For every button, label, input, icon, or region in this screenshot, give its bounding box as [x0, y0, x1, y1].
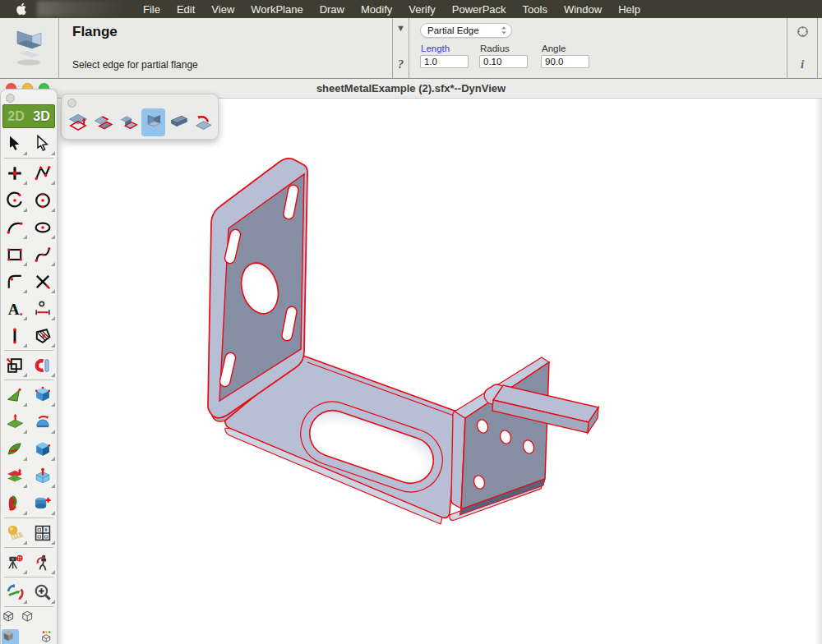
tool-cube-wire[interactable] [20, 610, 37, 627]
menu-item-view[interactable]: View [209, 3, 237, 16]
tool-fillet[interactable] [2, 269, 28, 294]
flyout-corner [23, 540, 27, 545]
tool-cube-solid[interactable] [2, 629, 19, 644]
palette-tool-sheet-from-profile[interactable] [66, 108, 90, 136]
tool-viewports[interactable] [30, 520, 56, 545]
sheetmetal-palette[interactable] [61, 94, 219, 140]
length-input[interactable] [420, 55, 469, 68]
menu-item-workplane[interactable]: WorkPlane [248, 3, 305, 16]
tool-ellipse[interactable] [30, 214, 56, 240]
toolbox-divider [4, 380, 53, 380]
tool-spline[interactable] [30, 242, 56, 267]
tool-box-pin[interactable] [30, 463, 56, 489]
angle-label: Angle [542, 44, 566, 53]
palette-tools [62, 94, 218, 136]
palette-tool-z-bend[interactable] [116, 108, 141, 136]
tool-segment[interactable] [2, 323, 28, 348]
tool-cylinders-add[interactable] [30, 490, 56, 516]
tool-magnet[interactable] [30, 352, 56, 378]
tool-material-sphere[interactable] [2, 520, 28, 545]
tool-cube-rgb[interactable] [39, 629, 56, 644]
tool-cube[interactable] [30, 382, 56, 407]
tool-wrap-cylinder[interactable] [2, 490, 28, 516]
menu-item-modify[interactable]: Modify [358, 3, 395, 16]
toggle-3d-label[interactable]: 3D [33, 109, 49, 124]
tool-cube-wire-2[interactable] [39, 610, 56, 627]
help-button[interactable]: ? [398, 58, 404, 71]
tool-text[interactable]: A [2, 296, 28, 321]
menu-item-file[interactable]: File [141, 3, 163, 16]
flyout-corner [23, 208, 27, 212]
menu-item-verify[interactable]: Verify [406, 3, 438, 16]
flyout-corner [51, 235, 55, 239]
model-3d-bracket[interactable] [0, 99, 822, 644]
menu-item-edit[interactable]: Edit [174, 3, 197, 16]
tool-cube-wire-3[interactable] [20, 629, 37, 644]
flyout-corner [51, 262, 55, 266]
toolbox-divider [4, 577, 53, 577]
flyout-corner [51, 343, 55, 347]
tool-arc[interactable] [2, 187, 28, 213]
collapse-panel-button[interactable]: ▼ [396, 23, 405, 33]
edge-mode-dropdown[interactable]: Partial Edge [420, 23, 512, 38]
apple-icon[interactable] [15, 2, 26, 16]
menu-item-powerpack[interactable]: PowerPack [450, 3, 509, 16]
panel-text: Flange Select edge for partial flange [59, 18, 393, 78]
flyout-corner [23, 511, 27, 515]
stepper-arrows-icon [501, 25, 507, 35]
tool-polyline[interactable] [30, 160, 56, 186]
tool-zoom-in[interactable] [30, 579, 56, 605]
flange-tool-panel: Flange Select edge for partial flange ▼ … [0, 18, 822, 79]
tool-cube-shell[interactable] [30, 436, 56, 462]
palette-tool-plate[interactable] [166, 108, 191, 136]
flyout-corner [23, 484, 27, 488]
tool-select-filled[interactable] [2, 131, 28, 156]
canvas[interactable] [0, 99, 822, 644]
tool-offset[interactable] [2, 352, 28, 378]
toolbox-sidebar[interactable]: 2D 3D A [0, 89, 58, 644]
menu-item-tools[interactable]: Tools [520, 3, 550, 16]
target-icon[interactable] [796, 25, 810, 39]
toolbox-row [1, 214, 57, 241]
toolbox-divider [4, 606, 53, 607]
tool-dome-rotate[interactable] [30, 409, 56, 435]
menu-item-draw[interactable]: Draw [317, 3, 347, 16]
tool-plane-push[interactable] [2, 409, 28, 435]
flyout-corner [23, 151, 27, 155]
palette-tool-unbend[interactable] [192, 108, 216, 136]
toolbox-divider [4, 158, 53, 159]
palette-tool-hem[interactable] [91, 108, 116, 136]
menu-item-window[interactable]: Window [561, 3, 604, 16]
tool-leaf-sweep[interactable] [2, 436, 28, 462]
tool-cube-wire-x[interactable] [2, 610, 19, 627]
flyout-corner [23, 316, 27, 320]
toolbox-row [1, 408, 57, 435]
tool-circle[interactable] [30, 187, 56, 213]
app-name-blurred [37, 1, 122, 17]
tool-hatch[interactable] [30, 323, 56, 348]
tool-point[interactable] [2, 160, 28, 186]
toolbox-row [1, 241, 57, 268]
tool-cone[interactable] [2, 382, 28, 407]
palette-tool-flange[interactable] [141, 108, 166, 136]
tool-stack-extrude[interactable] [2, 463, 28, 489]
tool-camera-tripod[interactable] [2, 550, 28, 575]
angle-input[interactable] [541, 55, 589, 68]
tool-select-open[interactable] [30, 131, 56, 156]
tool-dimension[interactable] [30, 296, 56, 321]
menu-items: FileEditViewWorkPlaneDrawModifyVerifyPow… [141, 3, 643, 16]
radius-input[interactable] [479, 55, 528, 68]
tool-orbit-rotate[interactable] [2, 579, 28, 605]
flyout-corner [51, 457, 55, 461]
mode-toggle-2d-3d[interactable]: 2D 3D [2, 104, 55, 128]
tool-walk-view[interactable] [30, 550, 56, 575]
tool-curve[interactable] [2, 214, 28, 240]
toolbox-row [1, 322, 57, 349]
toggle-2d-label[interactable]: 2D [7, 109, 24, 124]
tool-trim[interactable] [30, 269, 56, 294]
palette-close-button[interactable] [67, 99, 76, 108]
menu-item-help[interactable]: Help [616, 3, 643, 16]
toolbox-close-button[interactable] [6, 94, 15, 103]
info-icon[interactable]: i [801, 58, 804, 71]
tool-rectangle[interactable] [2, 242, 28, 267]
